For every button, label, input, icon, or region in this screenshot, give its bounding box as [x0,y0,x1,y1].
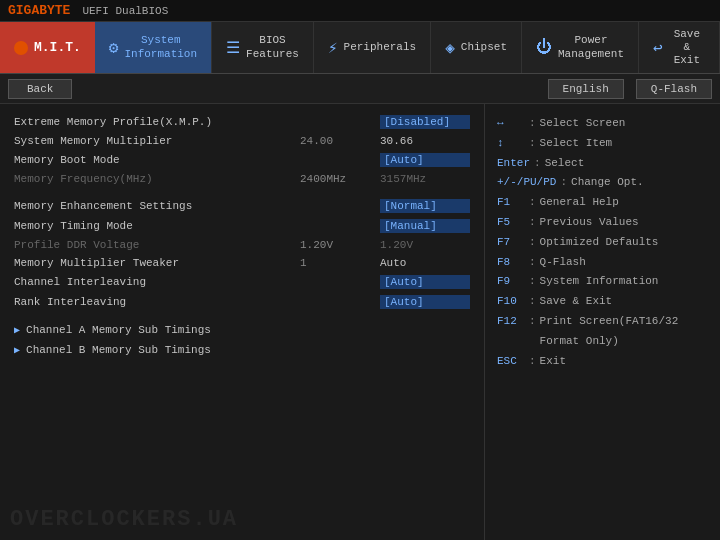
row-label: Extreme Memory Profile(X.M.P.) [14,116,380,128]
save-exit-icon: ↩ [653,38,663,58]
nav-item-save-exit[interactable]: ↩Save & Exit [639,22,720,73]
help-text: General Help [540,193,619,213]
help-line: F5:Previous Values [497,213,708,233]
nav-item-system-information[interactable]: ⚙System Information [95,22,212,73]
row-value-right: [Disabled] [380,115,470,129]
help-text: Select Item [540,134,613,154]
help-lines: ↔:Select Screen↕:Select ItemEnter:Select… [497,114,708,371]
row-label: Memory Enhancement Settings [14,200,380,212]
row-label: System Memory Multiplier [14,135,300,147]
bios-features-label: BIOS Features [246,34,299,60]
actionbar: Back English Q-Flash [0,74,720,104]
row-label: Profile DDR Voltage [14,239,300,251]
help-sep: : [529,253,536,273]
table-row[interactable]: Profile DDR Voltage1.20V1.20V [0,236,484,254]
help-key: F9 [497,272,525,292]
row-value-left: 1.20V [300,239,380,251]
table-row[interactable]: Memory Multiplier Tweaker1Auto [0,254,484,272]
help-key: ESC [497,352,525,372]
help-line: Enter:Select [497,154,708,174]
table-row[interactable]: System Memory Multiplier24.0030.66 [0,132,484,150]
back-button[interactable]: Back [8,79,72,99]
table-row[interactable]: Memory Frequency(MHz)2400MHz3157MHz [0,170,484,188]
help-line: ESC:Exit [497,352,708,372]
row-label: Memory Frequency(MHz) [14,173,300,185]
nav-item-peripherals[interactable]: ⚡Peripherals [314,22,431,73]
help-text: Print Screen(FAT16/32 Format Only) [540,312,708,352]
help-line: F10:Save & Exit [497,292,708,312]
language-button[interactable]: English [548,79,624,99]
row-value-right: 30.66 [380,135,470,147]
table-row[interactable]: Channel Interleaving[Auto] [0,272,484,292]
row-value-right: Auto [380,257,470,269]
power-management-label: Power Management [558,34,624,60]
nav-item-power-management[interactable]: ⏻Power Management [522,22,639,73]
help-sep: : [529,114,536,134]
topbar: GIGABYTE UEFI DualBIOS [0,0,720,22]
help-key: F8 [497,253,525,273]
table-row[interactable]: Memory Boot Mode[Auto] [0,150,484,170]
row-label: Channel Interleaving [14,276,380,288]
help-key: ↔ [497,114,525,134]
row-value-left: 1 [300,257,380,269]
row-value-right: [Normal] [380,199,470,213]
help-key: F1 [497,193,525,213]
row-value-left: 24.00 [300,135,380,147]
row-value-left: 2400MHz [300,173,380,185]
help-sep: : [529,312,536,352]
help-key: F7 [497,233,525,253]
help-key: +/-/PU/PD [497,173,556,193]
nav-items: ⚙System Information☰BIOS Features⚡Periph… [95,22,720,73]
main-content: Extreme Memory Profile(X.M.P.)[Disabled]… [0,104,720,540]
help-line: F8:Q-Flash [497,253,708,273]
table-row[interactable]: Rank Interleaving[Auto] [0,292,484,312]
help-sep: : [529,292,536,312]
help-sep: : [529,193,536,213]
bios-features-icon: ☰ [226,38,240,58]
chipset-icon: ◈ [445,38,455,58]
mit-label: M.I.T. [34,40,81,55]
mit-button[interactable]: M.I.T. [0,22,95,73]
save-exit-label: Save & Exit [669,28,705,68]
row-value-right: [Auto] [380,153,470,167]
help-sep: : [534,154,541,174]
help-key: F10 [497,292,525,312]
power-management-icon: ⏻ [536,38,552,57]
help-sep: : [529,213,536,233]
settings-group-2: Memory Enhancement Settings[Normal]Memor… [0,196,484,312]
expandable-group: ▶Channel A Memory Sub Timings▶Channel B … [0,320,484,360]
help-text: Previous Values [540,213,639,233]
expandable-row[interactable]: ▶Channel A Memory Sub Timings [0,320,484,340]
help-text: Q-Flash [540,253,586,273]
expandable-row[interactable]: ▶Channel B Memory Sub Timings [0,340,484,360]
peripherals-icon: ⚡ [328,38,338,58]
table-row[interactable]: Memory Timing Mode[Manual] [0,216,484,236]
qflash-button[interactable]: Q-Flash [636,79,712,99]
help-key: F5 [497,213,525,233]
table-row[interactable]: Extreme Memory Profile(X.M.P.)[Disabled] [0,112,484,132]
nav-item-chipset[interactable]: ◈Chipset [431,22,522,73]
row-label: Memory Boot Mode [14,154,380,166]
help-text: System Information [540,272,659,292]
help-line: ↔:Select Screen [497,114,708,134]
system-information-icon: ⚙ [109,38,119,58]
help-sep: : [529,272,536,292]
row-value-right: [Auto] [380,275,470,289]
help-sep: : [529,233,536,253]
help-text: Select Screen [540,114,626,134]
settings-group-1: Extreme Memory Profile(X.M.P.)[Disabled]… [0,112,484,188]
expandable-label: Channel A Memory Sub Timings [26,324,211,336]
help-text: Optimized Defaults [540,233,659,253]
dualbios-label: UEFI DualBIOS [82,5,168,17]
help-line: +/-/PU/PD:Change Opt. [497,173,708,193]
brand-logo: GIGABYTE [8,3,70,18]
right-panel: ↔:Select Screen↕:Select ItemEnter:Select… [485,104,720,540]
row-value-right: [Auto] [380,295,470,309]
row-label: Memory Multiplier Tweaker [14,257,300,269]
nav-item-bios-features[interactable]: ☰BIOS Features [212,22,314,73]
mit-dot [14,41,28,55]
help-line: F7:Optimized Defaults [497,233,708,253]
table-row[interactable]: Memory Enhancement Settings[Normal] [0,196,484,216]
help-sep: : [529,352,536,372]
system-information-label: System Information [124,34,197,60]
